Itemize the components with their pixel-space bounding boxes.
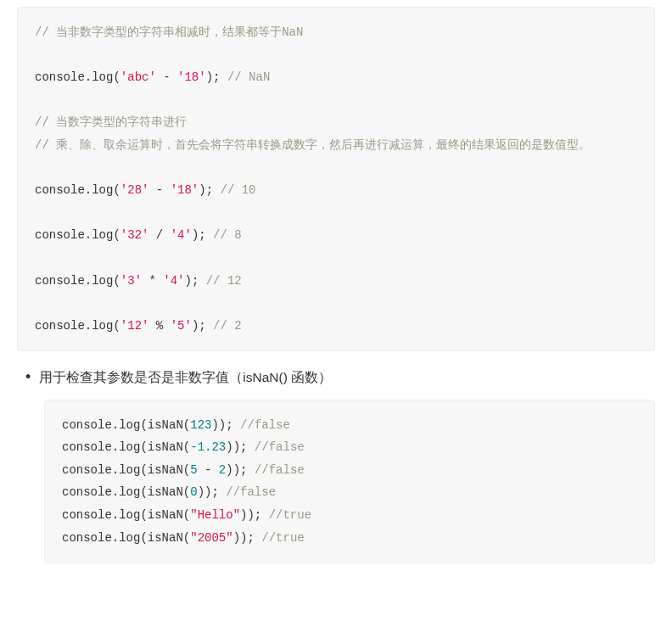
operator: - bbox=[148, 183, 170, 197]
number-literal: 123 bbox=[190, 418, 211, 432]
code-token: .log( bbox=[85, 183, 120, 197]
operator: - bbox=[156, 70, 177, 84]
string-literal: '28' bbox=[120, 183, 149, 197]
code-token: console bbox=[35, 228, 85, 242]
code-token: .log( bbox=[85, 319, 120, 333]
code-token: console bbox=[62, 531, 112, 545]
code-token: console bbox=[62, 463, 112, 477]
code-token: .log( bbox=[85, 228, 120, 242]
code-token: )); bbox=[226, 463, 247, 477]
code-token: ); bbox=[206, 70, 221, 84]
code-token: .log( bbox=[85, 70, 120, 84]
code-token: ); bbox=[199, 183, 213, 197]
code-token: .log( bbox=[85, 274, 120, 288]
comment: // 2 bbox=[206, 319, 242, 333]
number-literal: -1.23 bbox=[190, 440, 226, 454]
comment-line: // 当非数字类型的字符串相减时，结果都等于NaN bbox=[35, 25, 303, 39]
comment: // 10 bbox=[213, 183, 255, 197]
code-token: .log(isNaN( bbox=[112, 531, 190, 545]
operator: - bbox=[198, 463, 219, 477]
code-token: ); bbox=[192, 228, 206, 242]
code-token: console bbox=[35, 183, 85, 197]
code-token: )); bbox=[233, 531, 255, 545]
string-literal: '18' bbox=[177, 70, 206, 84]
code-token: ); bbox=[184, 274, 199, 288]
string-literal: '5' bbox=[171, 319, 192, 333]
operator: % bbox=[148, 319, 170, 333]
code-token: )); bbox=[240, 508, 261, 522]
comment: // 12 bbox=[199, 274, 241, 288]
comment-line: // 当数字类型的字符串进行 bbox=[35, 115, 187, 129]
comment: //false bbox=[219, 485, 276, 499]
comment: //false bbox=[247, 440, 304, 454]
code-token: .log(isNaN( bbox=[112, 440, 190, 454]
code-token: console bbox=[62, 508, 112, 522]
operator: * bbox=[142, 274, 163, 288]
bullet-item: 用于检查其参数是否是非数字值（isNaN() 函数） bbox=[25, 367, 655, 389]
string-literal: '4' bbox=[171, 228, 192, 242]
string-literal: '3' bbox=[120, 274, 142, 288]
number-literal: 5 bbox=[190, 463, 197, 477]
code-token: .log(isNaN( bbox=[112, 463, 190, 477]
code-token: console bbox=[35, 274, 85, 288]
bullet-text: 用于检查其参数是否是非数字值（isNaN() 函数） bbox=[39, 367, 332, 389]
string-literal: '18' bbox=[171, 183, 199, 197]
code-token: console bbox=[35, 319, 85, 333]
code-token: ); bbox=[192, 319, 206, 333]
code-token: .log(isNaN( bbox=[112, 508, 190, 522]
string-literal: '32' bbox=[120, 228, 149, 242]
string-literal: '12' bbox=[120, 319, 149, 333]
comment: //true bbox=[255, 531, 305, 545]
code-token: console bbox=[62, 418, 112, 432]
code-token: )); bbox=[198, 485, 219, 499]
code-block-1: // 当非数字类型的字符串相减时，结果都等于NaN console.log('a… bbox=[17, 7, 655, 351]
code-token: console bbox=[62, 485, 112, 499]
comment: //true bbox=[261, 508, 311, 522]
operator: / bbox=[148, 228, 170, 242]
comment: // NaN bbox=[220, 70, 270, 84]
comment: //false bbox=[247, 463, 304, 477]
code-block-2: console.log(isNaN(123)); //false console… bbox=[44, 400, 655, 564]
code-token: )); bbox=[211, 418, 232, 432]
string-literal: 'abc' bbox=[120, 70, 156, 84]
string-literal: "2005" bbox=[190, 531, 232, 545]
code-token: console bbox=[62, 440, 112, 454]
code-token: .log(isNaN( bbox=[112, 418, 190, 432]
comment: // 8 bbox=[206, 228, 242, 242]
code-token: )); bbox=[226, 440, 247, 454]
code-token: console bbox=[35, 70, 85, 84]
number-literal: 2 bbox=[219, 463, 226, 477]
number-literal: 0 bbox=[190, 485, 197, 499]
comment: //false bbox=[233, 418, 290, 432]
string-literal: "Hello" bbox=[190, 508, 240, 522]
string-literal: '4' bbox=[163, 274, 184, 288]
code-token: .log(isNaN( bbox=[112, 485, 190, 499]
comment-line: // 乘、除、取余运算时，首先会将字符串转换成数字，然后再进行减运算，最终的结果… bbox=[35, 138, 591, 152]
